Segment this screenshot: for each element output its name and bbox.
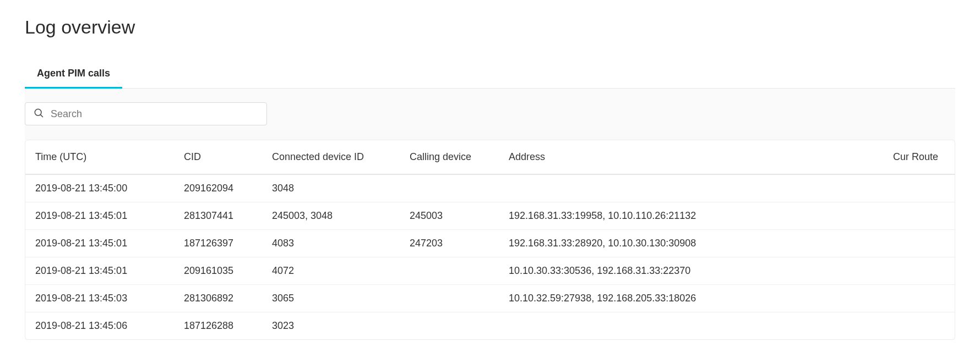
- cell-time: 2019-08-21 13:45:00: [25, 174, 174, 202]
- cell-connected: 3048: [262, 174, 400, 202]
- cell-cid: 187126288: [174, 312, 262, 340]
- cell-route: [883, 312, 955, 340]
- cell-time: 2019-08-21 13:45:01: [25, 257, 174, 285]
- cell-time: 2019-08-21 13:45:03: [25, 285, 174, 312]
- cell-calling: [400, 285, 499, 312]
- log-table: Time (UTC) CID Connected device ID Calli…: [25, 140, 955, 339]
- col-header-calling[interactable]: Calling device: [400, 140, 499, 174]
- cell-cid: 187126397: [174, 230, 262, 257]
- table-row[interactable]: 2019-08-21 13:45:03281306892306510.10.32…: [25, 285, 955, 312]
- cell-cid: 209162094: [174, 174, 262, 202]
- cell-address: [499, 312, 883, 340]
- svg-line-1: [41, 115, 43, 117]
- cell-cid: 209161035: [174, 257, 262, 285]
- search-box[interactable]: [25, 102, 267, 125]
- cell-address: 10.10.30.33:30536, 192.168.31.33:22370: [499, 257, 883, 285]
- cell-time: 2019-08-21 13:45:01: [25, 230, 174, 257]
- table-row[interactable]: 2019-08-21 13:45:01281307441245003, 3048…: [25, 202, 955, 230]
- cell-route: [883, 257, 955, 285]
- cell-route: [883, 230, 955, 257]
- cell-connected: 4072: [262, 257, 400, 285]
- table-header-row: Time (UTC) CID Connected device ID Calli…: [25, 140, 955, 174]
- cell-cid: 281307441: [174, 202, 262, 230]
- col-header-connected[interactable]: Connected device ID: [262, 140, 400, 174]
- cell-calling: 247203: [400, 230, 499, 257]
- cell-address: 192.168.31.33:28920, 10.10.30.130:30908: [499, 230, 883, 257]
- col-header-address[interactable]: Address: [499, 140, 883, 174]
- cell-connected: 3065: [262, 285, 400, 312]
- cell-route: [883, 174, 955, 202]
- cell-cid: 281306892: [174, 285, 262, 312]
- content-area: Time (UTC) CID Connected device ID Calli…: [25, 89, 955, 340]
- cell-connected: 3023: [262, 312, 400, 340]
- cell-time: 2019-08-21 13:45:06: [25, 312, 174, 340]
- cell-address: [499, 174, 883, 202]
- cell-connected: 4083: [262, 230, 400, 257]
- table-row[interactable]: 2019-08-21 13:45:01187126397408324720319…: [25, 230, 955, 257]
- cell-route: [883, 202, 955, 230]
- col-header-cid[interactable]: CID: [174, 140, 262, 174]
- log-table-card: Time (UTC) CID Connected device ID Calli…: [25, 140, 955, 340]
- col-header-time[interactable]: Time (UTC): [25, 140, 174, 174]
- cell-calling: 245003: [400, 202, 499, 230]
- cell-address: 10.10.32.59:27938, 192.168.205.33:18026: [499, 285, 883, 312]
- cell-calling: [400, 174, 499, 202]
- page-title: Log overview: [25, 16, 955, 38]
- search-input[interactable]: [51, 108, 259, 120]
- cell-address: 192.168.31.33:19958, 10.10.110.26:21132: [499, 202, 883, 230]
- cell-connected: 245003, 3048: [262, 202, 400, 230]
- cell-route: [883, 285, 955, 312]
- cell-calling: [400, 312, 499, 340]
- tab-agent-pim-calls[interactable]: Agent PIM calls: [25, 60, 122, 89]
- tabs-bar: Agent PIM calls: [25, 60, 955, 89]
- col-header-route[interactable]: Cur Route: [883, 140, 955, 174]
- table-row[interactable]: 2019-08-21 13:45:002091620943048: [25, 174, 955, 202]
- svg-point-0: [35, 109, 41, 116]
- table-row[interactable]: 2019-08-21 13:45:01209161035407210.10.30…: [25, 257, 955, 285]
- table-row[interactable]: 2019-08-21 13:45:061871262883023: [25, 312, 955, 340]
- search-icon: [33, 107, 51, 120]
- cell-time: 2019-08-21 13:45:01: [25, 202, 174, 230]
- cell-calling: [400, 257, 499, 285]
